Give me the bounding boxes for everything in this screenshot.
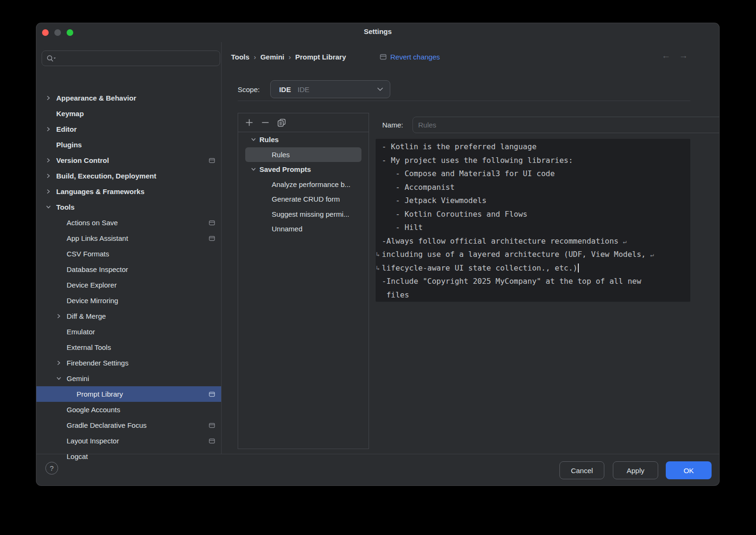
modified-indicator xyxy=(209,438,215,443)
editor-line: files xyxy=(376,289,690,302)
tree-toggle[interactable] xyxy=(46,173,56,178)
editor-line-text: - Accompanist xyxy=(382,183,455,192)
modified-indicator xyxy=(209,236,215,241)
revert-changes-link[interactable]: Revert changes xyxy=(390,53,440,61)
tree-toggle[interactable] xyxy=(251,167,259,172)
editor-line: - Kotlin Coroutines and Flows xyxy=(376,208,690,221)
prompt-group-rules[interactable]: Rules xyxy=(238,132,369,147)
sidebar-item-appearance-behavior[interactable]: Appearance & Behavior xyxy=(36,90,221,106)
sidebar-item-label: Appearance & Behavior xyxy=(56,94,136,102)
question-mark-icon: ? xyxy=(50,464,53,472)
soft-wrap-start-icon: ↳ xyxy=(376,248,380,262)
prompt-library-panel: RulesRulesSaved PromptsAnalyze performan… xyxy=(238,113,369,449)
sidebar-item-build-execution-deployment[interactable]: Build, Execution, Deployment xyxy=(36,168,221,184)
breadcrumb-item-prompt-library[interactable]: Prompt Library xyxy=(295,53,346,61)
revert-changes[interactable]: Revert changes xyxy=(380,51,440,62)
back-arrow-icon[interactable]: ← xyxy=(662,51,679,60)
prompt-item-rules[interactable]: Rules xyxy=(245,147,361,162)
sidebar-item-app-links-assistant[interactable]: App Links Assistant xyxy=(36,230,221,246)
breadcrumb: Tools › Gemini › Prompt Library xyxy=(231,51,346,62)
cancel-button[interactable]: Cancel xyxy=(559,461,604,479)
settings-window: Settings Appearance & BehaviorKeymapEdit… xyxy=(36,23,720,486)
sidebar-item-languages-frameworks[interactable]: Languages & Frameworks xyxy=(36,184,221,199)
breadcrumb-separator: › xyxy=(254,53,256,61)
tree-toggle[interactable] xyxy=(46,95,56,101)
tree-toggle[interactable] xyxy=(46,158,56,163)
sidebar-item-google-accounts[interactable]: Google Accounts xyxy=(36,402,221,417)
name-input[interactable]: Rules xyxy=(412,117,720,133)
duplicate-button[interactable] xyxy=(277,118,293,127)
scope-value: IDE xyxy=(298,85,377,93)
modified-indicator-icon xyxy=(209,391,215,397)
chevron-down-icon xyxy=(377,87,383,91)
help-button[interactable]: ? xyxy=(45,462,58,475)
sidebar-item-actions-on-save[interactable]: Actions on Save xyxy=(36,215,221,230)
sidebar-item-diff-merge[interactable]: Diff & Merge xyxy=(36,308,221,324)
add-button[interactable] xyxy=(245,118,261,127)
sidebar-item-device-mirroring[interactable]: Device Mirroring xyxy=(36,293,221,308)
breadcrumb-item-gemini[interactable]: Gemini xyxy=(260,53,284,61)
sidebar-item-editor[interactable]: Editor xyxy=(36,121,221,137)
soft-wrap-end-icon: ↵ xyxy=(650,251,654,258)
chevron-right-icon xyxy=(56,314,61,319)
editor-line-text: -Include "Copyright 2025 MyCompany" at t… xyxy=(382,277,641,286)
sidebar-item-gradle-declarative-focus[interactable]: Gradle Declarative Focus xyxy=(36,417,221,433)
sidebar-item-label: Version Control xyxy=(56,156,109,164)
breadcrumb-item-tools[interactable]: Tools xyxy=(231,53,249,61)
tree-toggle[interactable] xyxy=(56,314,67,319)
scope-row: Scope: IDE IDE xyxy=(238,80,390,98)
prompt-item-analyze-performance-b[interactable]: Analyze performance b... xyxy=(238,177,369,192)
sidebar-item-gemini[interactable]: Gemini xyxy=(36,371,221,386)
sidebar-item-emulator[interactable]: Emulator xyxy=(36,324,221,340)
sidebar-item-firebender-settings[interactable]: Firebender Settings xyxy=(36,355,221,371)
sidebar-item-keymap[interactable]: Keymap xyxy=(36,106,221,121)
sidebar-item-label: Gradle Declarative Focus xyxy=(67,421,146,429)
sidebar-item-database-inspector[interactable]: Database Inspector xyxy=(36,262,221,277)
chevron-right-icon xyxy=(46,189,51,194)
sidebar-item-label: Prompt Library xyxy=(77,390,123,398)
sidebar-item-label: Device Explorer xyxy=(67,281,117,289)
sidebar-item-tools[interactable]: Tools xyxy=(36,199,221,215)
apply-button[interactable]: Apply xyxy=(613,461,658,479)
chevron-down-icon xyxy=(56,376,61,381)
sidebar-item-label: Diff & Merge xyxy=(67,312,106,320)
tree-toggle[interactable] xyxy=(251,137,259,142)
prompt-text-editor[interactable]: - Kotlin is the preferred language- My p… xyxy=(376,139,690,302)
sidebar-item-external-tools[interactable]: External Tools xyxy=(36,340,221,355)
tree-toggle[interactable] xyxy=(46,127,56,132)
sidebar-item-label: Device Mirroring xyxy=(67,297,118,305)
prompt-item-generate-crud-form[interactable]: Generate CRUD form xyxy=(238,192,369,207)
prompt-label: Rules xyxy=(259,136,279,144)
sidebar-item-plugins[interactable]: Plugins xyxy=(36,137,221,153)
sidebar-item-layout-inspector[interactable]: Layout Inspector xyxy=(36,433,221,449)
tree-toggle[interactable] xyxy=(46,189,56,194)
editor-line-text: files xyxy=(382,290,409,299)
history-nav: ←→ xyxy=(662,51,696,61)
sidebar-item-device-explorer[interactable]: Device Explorer xyxy=(36,277,221,293)
editor-line-text: - Compose and Material3 for UI code xyxy=(382,169,555,178)
forward-arrow-icon[interactable]: → xyxy=(679,51,696,60)
tree-toggle[interactable] xyxy=(56,360,67,365)
dialog-footer: ? Cancel Apply OK xyxy=(36,454,719,485)
window-title: Settings xyxy=(36,27,719,35)
modified-indicator-icon xyxy=(209,423,215,428)
editor-line-text: - My project uses the following librarie… xyxy=(382,156,573,165)
chevron-down-icon xyxy=(46,204,51,210)
modified-indicator xyxy=(209,391,215,397)
tree-toggle[interactable] xyxy=(56,376,67,381)
sidebar-item-version-control[interactable]: Version Control xyxy=(36,153,221,168)
prompt-item-suggest-missing-permi[interactable]: Suggest missing permi... xyxy=(238,207,369,222)
modified-indicator-icon xyxy=(209,438,215,443)
tree-toggle[interactable] xyxy=(46,204,56,210)
prompt-item-unnamed[interactable]: Unnamed xyxy=(238,221,369,237)
settings-search-input[interactable] xyxy=(42,51,220,66)
scope-select[interactable]: IDE IDE xyxy=(270,80,390,98)
sidebar-item-csv-formats[interactable]: CSV Formats xyxy=(36,246,221,262)
soft-wrap-start-icon: ↳ xyxy=(376,262,380,275)
remove-button[interactable] xyxy=(261,118,277,127)
chevron-down-icon xyxy=(251,137,256,142)
ok-button[interactable]: OK xyxy=(666,461,712,479)
sidebar-item-label: Keymap xyxy=(56,110,84,118)
sidebar-item-prompt-library[interactable]: Prompt Library xyxy=(36,386,221,402)
prompt-group-saved-prompts[interactable]: Saved Prompts xyxy=(238,162,369,177)
